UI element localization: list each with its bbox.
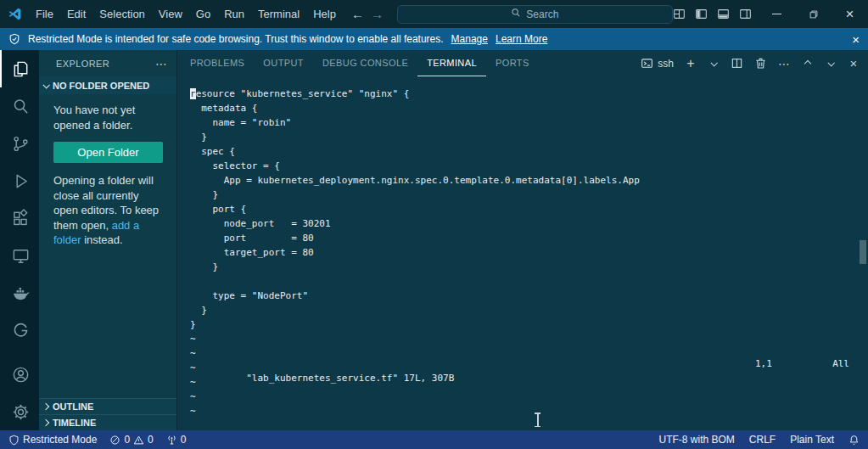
vim-status-line: "lab_kubernetes_service.tf" 17L, 307B 1,… (190, 356, 856, 429)
warning-count: 0 (148, 434, 154, 446)
activity-gitlens[interactable] (0, 311, 39, 349)
terminal-line-1: resource "kubernetes_service" "nginx" { (190, 87, 868, 101)
encoding-status[interactable]: UTF-8 with BOM (659, 434, 735, 446)
extensions-icon (11, 209, 31, 228)
run-debug-icon (11, 171, 31, 191)
activity-settings[interactable] (0, 393, 39, 430)
vim-file-info: "lab_kubernetes_service.tf" 17L, 307B (246, 373, 454, 384)
menu-item[interactable]: Edit (60, 0, 92, 28)
port-count: 0 (181, 434, 187, 446)
toggle-panel-icon[interactable] (717, 8, 730, 20)
forward-arrow-icon[interactable]: → (371, 7, 384, 21)
more-actions-icon[interactable]: ⋯ (778, 57, 791, 70)
activity-extensions[interactable] (0, 199, 39, 237)
panel-tab[interactable]: TERMINAL (417, 50, 486, 76)
menu-item[interactable]: Run (217, 0, 251, 28)
section-timeline[interactable]: TIMELINE (39, 414, 176, 430)
warning-icon (133, 435, 144, 446)
vim-cursor-position: 1,1 (755, 356, 772, 371)
history-navigation: ← → (351, 7, 384, 21)
eol-status[interactable]: CRLF (749, 434, 776, 446)
forwarded-ports-status[interactable]: 0 (166, 434, 187, 446)
terminal-line: port { (190, 202, 868, 216)
status-bar: Restricted Mode 0 0 0 UTF-8 with BOM CRL… (0, 430, 868, 449)
manage-link[interactable]: Manage (451, 33, 488, 45)
menu-item[interactable]: Terminal (251, 0, 306, 28)
gear-icon (11, 402, 31, 422)
more-actions-icon[interactable]: ⋯ (155, 57, 168, 70)
workbench: EXPLORER ⋯ NO FOLDER OPENED You have not… (0, 50, 868, 430)
toggle-primary-sidebar-icon[interactable] (695, 8, 708, 20)
terminal-line: selector = { (190, 159, 868, 173)
files-icon (11, 59, 31, 79)
back-arrow-icon[interactable]: ← (351, 7, 364, 21)
menu-item[interactable]: Selection (92, 0, 151, 28)
toggle-secondary-sidebar-icon[interactable] (739, 8, 752, 20)
section-no-folder-opened[interactable]: NO FOLDER OPENED (39, 76, 176, 94)
kill-terminal-icon[interactable] (754, 57, 767, 70)
hide-panel-icon[interactable] (825, 61, 837, 66)
gitlens-icon (11, 321, 31, 340)
restore-button[interactable] (795, 0, 832, 28)
panel-tab[interactable]: DEBUG CONSOLE (313, 50, 417, 76)
terminal-line: App = kubernetes_deployment.nginx.spec.0… (190, 173, 868, 188)
terminal-profile-ssh[interactable]: ssh (641, 57, 674, 70)
customize-layout-icon[interactable] (673, 8, 686, 20)
maximize-panel-icon[interactable] (802, 61, 814, 66)
learn-more-link[interactable]: Learn More (496, 33, 547, 45)
search-placeholder: Search (526, 8, 558, 20)
menu-item[interactable]: Go (189, 0, 217, 28)
activity-search[interactable] (0, 87, 39, 125)
activity-source-control[interactable] (0, 125, 39, 162)
explorer-empty-view: You have not yet opened a folder. Open F… (39, 94, 176, 248)
section-outline[interactable]: OUTLINE (39, 398, 176, 414)
terminal-profile-dropdown-icon[interactable] (708, 61, 720, 66)
activity-run-debug[interactable] (0, 162, 39, 199)
error-icon (109, 435, 120, 446)
terminal-profile-label: ssh (658, 58, 674, 70)
terminal-line: node_port = 30201 (190, 216, 868, 231)
minimize-button[interactable] (759, 0, 795, 28)
error-count: 0 (124, 434, 130, 446)
menu-item[interactable]: Help (306, 0, 343, 28)
activity-bar (0, 50, 39, 430)
shield-icon (8, 435, 20, 446)
banner-close-icon[interactable]: × (852, 32, 860, 47)
panel-tab[interactable]: PORTS (486, 50, 539, 76)
menu-bar: FileEditSelectionViewGoRunTerminalHelp (29, 0, 343, 28)
vscode-window: FileEditSelectionViewGoRunTerminalHelp ←… (0, 0, 868, 449)
chevron-down-icon (42, 81, 49, 88)
close-panel-icon[interactable]: × (848, 57, 860, 70)
activity-accounts[interactable] (0, 356, 39, 393)
close-window-button[interactable]: × (832, 0, 868, 28)
terminal-line: port = 80 (190, 231, 868, 245)
panel-tab[interactable]: PROBLEMS (181, 50, 254, 76)
empty-folder-text: You have not yet opened a folder. (53, 103, 163, 132)
new-terminal-button[interactable]: + (685, 57, 697, 70)
terminal-line (190, 274, 868, 289)
activity-docker[interactable] (0, 274, 39, 311)
search-input[interactable]: Search (397, 5, 673, 24)
split-terminal-icon[interactable] (731, 57, 743, 70)
mouse-ibeam-cursor (537, 413, 539, 426)
problems-status[interactable]: 0 0 (109, 434, 153, 446)
menu-item[interactable]: View (152, 0, 189, 28)
shield-icon (8, 33, 20, 45)
chevron-right-icon (42, 419, 49, 426)
language-mode-status[interactable]: Plain Text (790, 434, 834, 446)
status-bar-right: UTF-8 with BOM CRLF Plain Text (659, 434, 860, 446)
panel-tab[interactable]: OUTPUT (254, 50, 313, 76)
window-controls: × (759, 0, 868, 28)
restricted-mode-banner: Restricted Mode is intended for safe cod… (0, 28, 868, 50)
menu-item[interactable]: File (29, 0, 60, 28)
notifications-bell-icon[interactable] (848, 435, 860, 446)
terminal-viewport[interactable]: resource "kubernetes_service" "nginx" { … (177, 76, 868, 430)
terminal-line: } (190, 317, 868, 332)
vscode-logo-icon (0, 7, 29, 21)
activity-remote-explorer[interactable] (0, 237, 39, 274)
restricted-mode-status[interactable]: Restricted Mode (8, 434, 97, 446)
terminal-line: metadata { (190, 101, 868, 115)
open-folder-button[interactable]: Open Folder (53, 142, 163, 163)
activity-explorer[interactable] (0, 50, 39, 87)
terminal-scrollbar-thumb[interactable] (860, 240, 866, 264)
